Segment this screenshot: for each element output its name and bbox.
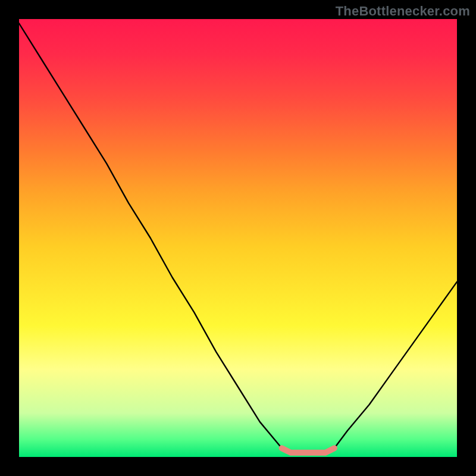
optimal-segment-line	[282, 448, 334, 452]
plot-area	[19, 19, 457, 457]
chart-frame: TheBottlenecker.com	[0, 0, 476, 476]
watermark-text: TheBottlenecker.com	[336, 4, 470, 19]
chart-svg	[19, 19, 457, 457]
bottleneck-curve-line	[19, 23, 457, 452]
